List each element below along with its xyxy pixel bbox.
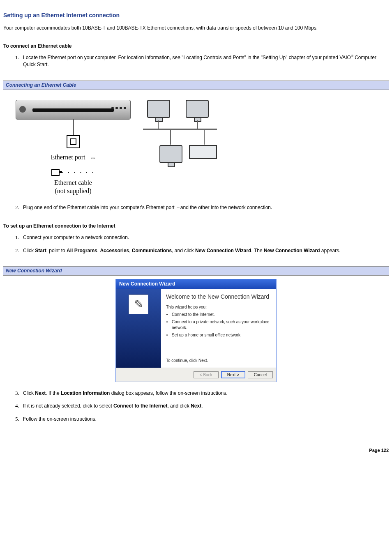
- wizard-welcome-heading: Welcome to the New Connection Wizard: [166, 293, 271, 301]
- step-click-next: Click Next. If the Location Information …: [21, 389, 389, 397]
- network-diagram: [143, 100, 217, 182]
- network-glyph-icon: ⎓: [91, 152, 95, 163]
- figure-caption-wizard: New Connection Wizard: [3, 266, 389, 276]
- wizard-sidebar-icon: ✎: [129, 295, 148, 314]
- step-select-connect: If it is not already selected, click to …: [21, 402, 389, 410]
- device-body: [16, 100, 131, 120]
- page-number: Page 122: [3, 447, 389, 454]
- subheading-connect-cable: To connect an Ethernet cable: [3, 43, 389, 50]
- computer-unit-illustration: Ethernet port ⎓ · · · · · · Ethernet cab…: [16, 100, 131, 196]
- monitor-icon: [147, 100, 170, 118]
- ethernet-port-icon: [67, 135, 80, 148]
- step-locate-port: Locate the Ethernet port on your compute…: [21, 54, 389, 68]
- figure-caption-ethernet: Connecting an Ethernet Cable: [3, 81, 389, 90]
- wizard-button-row: < Back Next > Cancel: [116, 368, 276, 382]
- intro-text: Your computer accommodates both 10BASE-T…: [3, 25, 389, 32]
- cable-label-line2: (not supplied): [16, 187, 131, 196]
- printer-icon: [189, 145, 217, 159]
- cancel-button[interactable]: Cancel: [248, 371, 273, 378]
- ethernet-inline-icon: ⎓: [176, 204, 180, 211]
- monitor-icon: [186, 100, 209, 118]
- cable-label-line1: Ethernet cable: [16, 179, 131, 187]
- cable-dots: · · · · · ·: [62, 169, 95, 176]
- wizard-bullet: Connect to a private network, such as yo…: [172, 319, 271, 331]
- wizard-content: Welcome to the New Connection Wizard Thi…: [161, 289, 276, 368]
- ethernet-port-label: Ethernet port: [51, 153, 85, 162]
- wizard-helps-text: This wizard helps you:: [166, 304, 271, 310]
- wizard-titlebar: New Connection Wizard: [116, 279, 276, 289]
- monitor-icon: [159, 145, 182, 163]
- back-button[interactable]: < Back: [194, 371, 219, 378]
- page-heading: Setting up an Ethernet Internet connecti…: [3, 12, 389, 20]
- wizard-sidebar: ✎: [116, 289, 161, 368]
- cable-plug-icon: [51, 169, 60, 176]
- wizard-bullet: Connect to the Internet.: [172, 312, 271, 318]
- figure-ethernet-cable: Ethernet port ⎓ · · · · · · Ethernet cab…: [3, 90, 389, 200]
- step-plug-cable: Plug one end of the Ethernet cable into …: [21, 204, 389, 211]
- step-connect-network: Connect your computer to a network conne…: [21, 234, 389, 241]
- wizard-bullet: Set up a home or small office network.: [172, 332, 271, 338]
- wizard-continue-text: To continue, click Next.: [166, 358, 271, 364]
- subheading-setup-internet: To set up an Ethernet connection to the …: [3, 223, 389, 230]
- step-follow-instructions: Follow the on-screen instructions.: [21, 415, 389, 423]
- next-button[interactable]: Next >: [221, 371, 245, 378]
- wizard-window: New Connection Wizard ✎ Welcome to the N…: [115, 279, 277, 382]
- step-open-wizard: Click Start, point to All Programs, Acce…: [21, 247, 389, 254]
